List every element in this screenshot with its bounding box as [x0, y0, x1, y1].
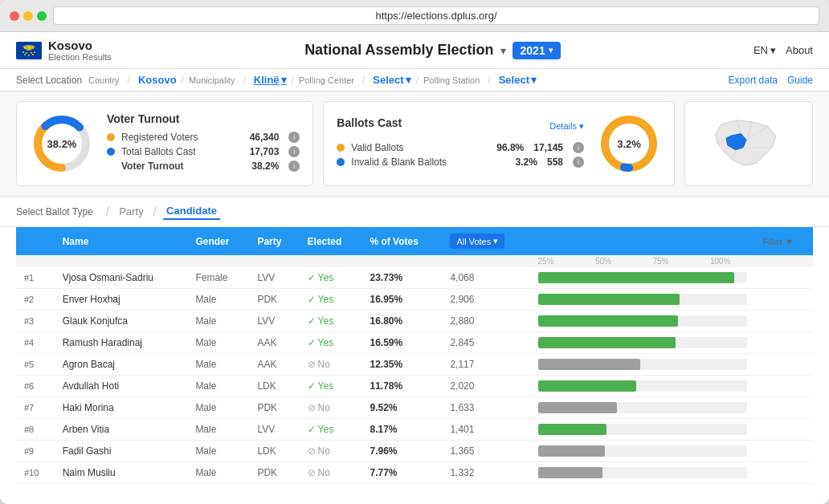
party-cell: LDK	[249, 376, 299, 397]
col-name-label: Name	[55, 227, 188, 255]
country-info: Kosovo Election Results	[48, 39, 112, 62]
svg-point-4	[27, 49, 28, 51]
col-name	[16, 227, 55, 255]
col-elected: Elected	[300, 227, 362, 255]
votes-cell: 2,906	[442, 289, 529, 311]
elected-cell: ✓ Yes	[300, 267, 362, 289]
filter-icon: ▼	[785, 237, 794, 246]
about-button[interactable]: About	[786, 44, 813, 56]
polling-station-breadcrumb: Polling Station / Select ▾	[423, 74, 537, 86]
table-scale-row: 25% 50% 75% 100%	[16, 255, 813, 267]
elected-yes: ✓ Yes	[308, 272, 354, 283]
votes-cell: 1,365	[442, 441, 529, 462]
polling-center-bc-value[interactable]: Select ▾	[373, 74, 410, 86]
polling-center-bc-label: Polling Center	[299, 75, 354, 85]
elected-cell: ⊘ No	[300, 354, 362, 376]
polling-station-bc-value[interactable]: Select ▾	[499, 74, 537, 86]
voter-turnout-donut: 38.2%	[30, 112, 94, 176]
polling-station-dropdown-icon: ▾	[531, 74, 537, 86]
gender-cell: Male	[187, 441, 249, 462]
rank-cell: #2	[16, 289, 55, 311]
name-cell: Agron Bacaj	[55, 354, 188, 376]
total-ballots-info-icon[interactable]: i	[288, 146, 300, 157]
name-cell: Ramush Haradinaj	[55, 332, 188, 354]
rank-cell: #10	[16, 462, 55, 484]
voter-turnout-info: Voter Turnout Registered Voters 46,340 i…	[107, 112, 300, 175]
pct-cell: 12.35%	[361, 354, 442, 376]
elected-no: ⊘ No	[308, 467, 354, 478]
minimize-button[interactable]	[23, 11, 33, 21]
gender-cell: Male	[187, 332, 249, 354]
valid-ballots-dot	[337, 144, 345, 152]
valid-ballots-info-icon[interactable]: i	[573, 142, 584, 153]
pct-cell: 8.17%	[361, 419, 442, 441]
voter-turnout-pct: 38.2%	[47, 138, 77, 150]
lang-dropdown-icon: ▾	[770, 44, 776, 56]
filter-button[interactable]: Filter ▼	[763, 237, 794, 246]
pct-cell: 7.96%	[361, 441, 442, 462]
total-ballots-dot	[107, 148, 115, 156]
country-bc-value[interactable]: Kosovo	[138, 74, 177, 86]
gender-cell: Male	[187, 376, 249, 397]
gender-cell: Male	[187, 397, 249, 419]
address-bar[interactable]: https://elections.dplus.org/	[53, 6, 819, 25]
election-dropdown-arrow[interactable]: ▾	[500, 44, 506, 57]
table-area: Name Gender Party Elected % of Votes All…	[0, 227, 829, 504]
election-title: National Assembly Election	[304, 42, 493, 59]
registered-dot	[107, 133, 115, 141]
votes-cell: 4,068	[442, 267, 529, 289]
details-link[interactable]: Details ▾	[549, 121, 584, 132]
svg-point-9	[34, 51, 35, 53]
name-cell: Arben Vitia	[55, 419, 188, 441]
name-cell: Vjosa Osmani-Sadriu	[55, 267, 188, 289]
party-tab[interactable]: Party	[116, 204, 146, 219]
table-row: #4 Ramush Haradinaj Male AAK ✓ Yes 16.59…	[16, 332, 813, 354]
votes-cell: 1,633	[442, 397, 529, 419]
guide-button[interactable]: Guide	[787, 75, 813, 86]
voter-turnout-title: Voter Turnout	[107, 112, 300, 125]
name-cell: Glauk Konjufca	[55, 311, 188, 332]
votes-cell: 2,880	[442, 311, 529, 332]
year-selector[interactable]: 2021 ▾	[513, 42, 561, 59]
gender-cell: Male	[187, 289, 249, 311]
votes-cell: 2,845	[442, 332, 529, 354]
elected-no: ⊘ No	[308, 359, 354, 370]
all-votes-button[interactable]: All Votes ▾	[450, 234, 504, 249]
year-value: 2021	[521, 44, 545, 57]
voter-turnout-row: Voter Turnout 38.2% i	[107, 161, 300, 172]
invalid-ballots-info-icon[interactable]: i	[573, 156, 584, 168]
export-data-button[interactable]: Export data	[729, 75, 778, 86]
bar-cell	[530, 267, 755, 289]
col-party: Party	[249, 227, 299, 255]
pct-cell: 16.80%	[361, 311, 442, 332]
polling-station-bc-label: Polling Station	[423, 75, 480, 85]
bar-cell	[530, 311, 755, 332]
elected-cell: ✓ Yes	[300, 419, 362, 441]
party-cell: LVV	[249, 419, 299, 441]
year-dropdown-icon: ▾	[549, 46, 553, 55]
rank-cell: #3	[16, 311, 55, 332]
svg-point-2	[28, 47, 30, 48]
candidate-tab[interactable]: Candidate	[163, 203, 220, 220]
col-filter[interactable]: Filter ▼	[755, 227, 814, 255]
ballots-cast-card: Ballots Cast Details ▾ Valid Ballots 96.…	[323, 101, 675, 186]
language-selector[interactable]: EN ▾	[753, 44, 776, 56]
svg-point-1	[24, 47, 26, 49]
close-button[interactable]	[10, 11, 19, 21]
col-all-votes[interactable]: All Votes ▾	[442, 227, 529, 255]
svg-point-12	[32, 54, 34, 55]
bar-cell	[530, 289, 755, 311]
voter-turnout-info-icon[interactable]: i	[288, 161, 300, 172]
svg-point-10	[24, 54, 26, 55]
municipality-bc-value[interactable]: Klinë ▾	[254, 74, 287, 86]
name-cell: Enver Hoxhaj	[55, 289, 188, 311]
svg-point-11	[28, 55, 30, 56]
votes-cell: 1,332	[442, 462, 529, 484]
votes-cell: 2,117	[442, 354, 529, 376]
party-cell: LDK	[249, 441, 299, 462]
registered-info-icon[interactable]: i	[288, 132, 300, 143]
gender-cell: Male	[187, 462, 249, 484]
table-row: #6 Avdullah Hoti Male LDK ✓ Yes 11.78% 2…	[16, 376, 813, 397]
table-row: #8 Arben Vitia Male LVV ✓ Yes 8.17% 1,40…	[16, 419, 813, 441]
maximize-button[interactable]	[37, 11, 47, 21]
